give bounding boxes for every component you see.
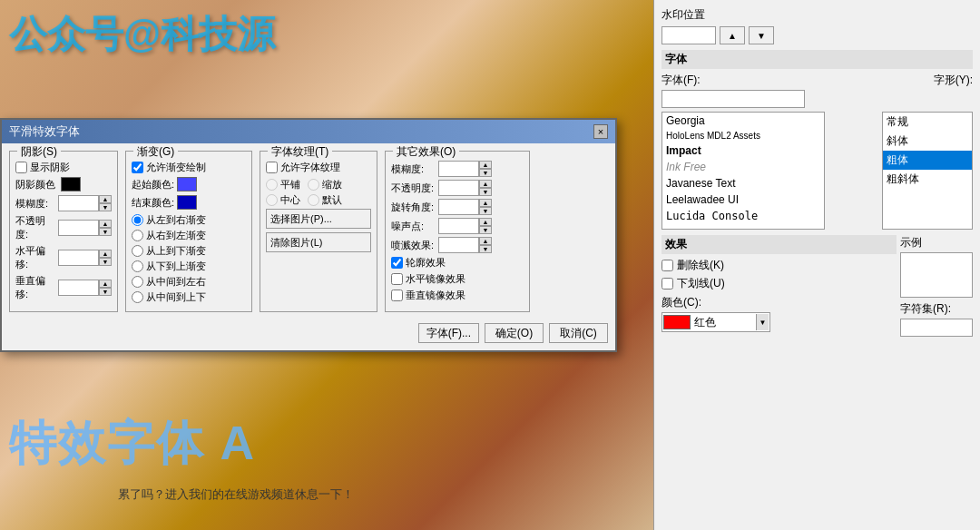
rotation-spinbox: 0 ▲ ▼ — [438, 199, 492, 215]
voffset-spin-down[interactable]: ▼ — [99, 288, 112, 296]
noise-up[interactable]: ▲ — [479, 218, 492, 226]
outline-checkbox[interactable] — [391, 257, 403, 269]
opacity-input[interactable]: 70 — [58, 220, 99, 236]
preview-box — [900, 252, 973, 298]
allow-texture-checkbox[interactable] — [266, 162, 278, 173]
noise-down[interactable]: ▼ — [479, 226, 492, 234]
center-radio[interactable] — [266, 194, 278, 206]
underline-checkbox[interactable] — [662, 278, 673, 290]
spray-up[interactable]: ▲ — [479, 237, 492, 245]
watermark-position-controls: ▲ ▼ — [662, 26, 973, 44]
font-list-item-impact[interactable]: Impact — [662, 142, 824, 159]
gradient-rl-radio[interactable] — [132, 230, 143, 241]
blur-label: 模糊度: — [15, 197, 58, 211]
underline-row: 下划线(U) — [662, 276, 897, 291]
opacity-spin-up[interactable]: ▲ — [99, 220, 112, 228]
font-list[interactable]: Georgia HoloLens MDL2 Assets Impact Ink … — [662, 112, 825, 230]
rotation-input[interactable]: 0 — [438, 199, 479, 215]
hoffset-row: 水平偏移: 2 ▲ ▼ — [15, 244, 112, 271]
other-opacity-down[interactable]: ▼ — [479, 188, 492, 196]
gradient-bt-radio[interactable] — [132, 260, 143, 272]
blur-input[interactable]: 100 — [58, 195, 99, 211]
spray-down[interactable]: ▼ — [479, 245, 492, 253]
charset-label: 字符集(R): — [900, 301, 973, 317]
cancel-button[interactable]: 取消(C) — [549, 323, 608, 343]
preview-title: 示例 — [900, 235, 973, 250]
hoffset-spin-down[interactable]: ▼ — [99, 258, 112, 266]
clear-image-button[interactable]: 清除图片(L) — [266, 232, 371, 252]
v-mirror-checkbox[interactable] — [391, 290, 403, 301]
rotation-down[interactable]: ▼ — [479, 207, 492, 215]
style-bold[interactable]: 粗体 — [883, 151, 972, 170]
opacity-spin-down[interactable]: ▼ — [99, 228, 112, 236]
color-selector[interactable]: 红色 ▼ — [662, 312, 770, 332]
other-opacity-label: 不透明度: — [391, 182, 438, 195]
style-normal[interactable]: 常规 — [883, 113, 972, 132]
other-blur-down[interactable]: ▼ — [479, 169, 492, 177]
blur-spin-up[interactable]: ▲ — [99, 195, 112, 203]
select-image-button[interactable]: 选择图片(P)... — [266, 209, 371, 229]
tile-radio[interactable] — [266, 179, 278, 191]
dialog-close-button[interactable]: × — [593, 124, 608, 139]
font-list-item-inkfree[interactable]: Ink Free — [662, 159, 824, 175]
gradient-center-tb-radio[interactable] — [132, 291, 143, 303]
charset-input[interactable] — [900, 319, 973, 337]
scale-radio[interactable] — [308, 179, 319, 191]
color-dropdown-arrow[interactable]: ▼ — [756, 314, 769, 330]
ok-button[interactable]: 确定(O) — [485, 323, 544, 343]
voffset-input[interactable]: 2 — [58, 280, 99, 296]
style-list[interactable]: 常规 斜体 粗体 粗斜体 — [882, 112, 973, 230]
gradient-lr-radio[interactable] — [132, 214, 143, 226]
show-shadow-row: 显示阴影 — [15, 161, 112, 174]
noise-row: 噪声点: 0 ▲ ▼ — [391, 218, 524, 234]
watermark-x-input[interactable] — [662, 26, 716, 44]
gradient-tb-radio[interactable] — [132, 245, 143, 257]
font-section-title: 字体 — [662, 50, 973, 69]
show-shadow-label: 显示阴影 — [30, 161, 70, 174]
rotation-up[interactable]: ▲ — [479, 199, 492, 207]
texture-center-default-row: 中心 默认 — [266, 193, 371, 207]
shadow-color-swatch[interactable] — [61, 177, 81, 191]
font-list-item-javanese[interactable]: Javanese Text — [662, 175, 824, 191]
default-radio[interactable] — [308, 194, 319, 206]
hoffset-spin-up[interactable]: ▲ — [99, 250, 112, 258]
right-panel: 水印位置 ▲ ▼ 字体 字体(F): 字形(Y): Georgia HoloLe… — [653, 0, 980, 530]
other-blur-input[interactable]: 0 — [438, 161, 479, 177]
gradient-rl-label: 从右到左渐变 — [146, 229, 206, 242]
strikethrough-checkbox[interactable] — [662, 260, 673, 271]
hoffset-spin-btns: ▲ ▼ — [99, 250, 112, 266]
font-button[interactable]: 字体(F)... — [418, 323, 479, 343]
outline-row: 轮廓效果 — [391, 256, 524, 270]
spray-input[interactable]: 0 — [438, 237, 479, 253]
bg-preview-text: 特效字体 A — [9, 412, 256, 476]
watermark-pos-btn2[interactable]: ▼ — [749, 26, 774, 44]
h-mirror-checkbox[interactable] — [391, 273, 403, 285]
noise-input[interactable]: 0 — [438, 218, 479, 234]
end-color-swatch[interactable] — [177, 195, 197, 210]
gradient-lr-label: 从左到右渐变 — [146, 213, 206, 227]
font-name-input[interactable] — [662, 90, 805, 108]
gradient-center-lr-label: 从中间到左右 — [146, 275, 206, 289]
gradient-center-lr-radio[interactable] — [132, 276, 143, 288]
spray-spin-btns: ▲ ▼ — [479, 237, 492, 253]
watermark-pos-btn1[interactable]: ▲ — [720, 26, 745, 44]
show-shadow-checkbox[interactable] — [15, 162, 27, 173]
center-label: 中心 — [280, 193, 300, 207]
charset-section: 字符集(R): — [900, 301, 973, 337]
other-opacity-input[interactable]: 79 — [438, 180, 479, 196]
texture-tile-scale-row: 平铺 缩放 — [266, 178, 371, 191]
other-opacity-up[interactable]: ▲ — [479, 180, 492, 188]
voffset-row: 垂直偏移: 2 ▲ ▼ — [15, 274, 112, 301]
font-list-item-georgia[interactable]: Georgia — [662, 113, 824, 129]
start-color-swatch[interactable] — [177, 177, 197, 191]
font-list-item-lucida[interactable]: Lucida Console — [662, 208, 824, 224]
blur-spin-down[interactable]: ▼ — [99, 203, 112, 211]
hoffset-input[interactable]: 2 — [58, 250, 99, 266]
font-list-item-hololens[interactable]: HoloLens MDL2 Assets — [662, 129, 824, 142]
font-list-item-leelawadee[interactable]: Leelawadee UI — [662, 191, 824, 208]
style-bold-italic[interactable]: 粗斜体 — [883, 170, 972, 189]
voffset-spin-up[interactable]: ▲ — [99, 280, 112, 288]
allow-gradient-checkbox[interactable] — [132, 162, 143, 173]
style-italic[interactable]: 斜体 — [883, 132, 972, 151]
other-blur-up[interactable]: ▲ — [479, 161, 492, 169]
